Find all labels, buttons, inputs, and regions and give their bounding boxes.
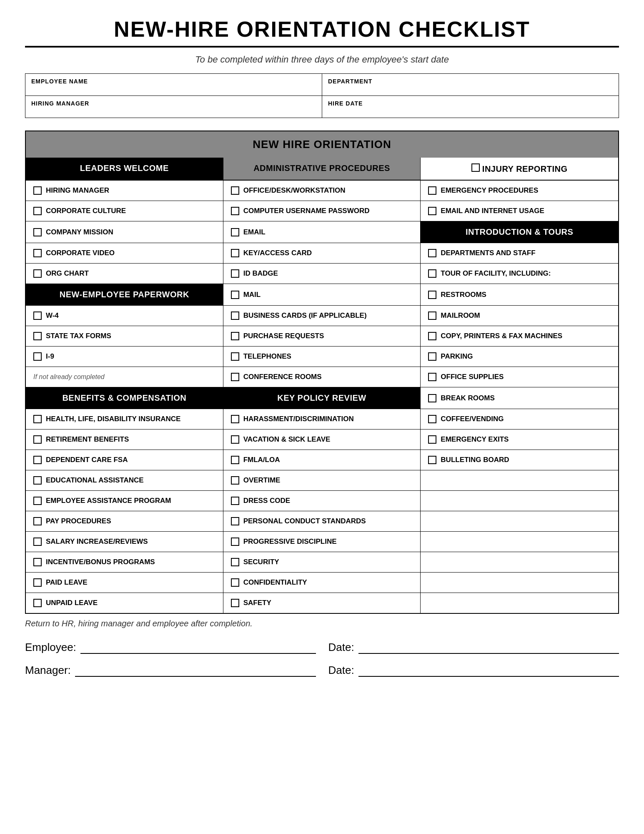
checkbox-1-col3[interactable]	[428, 207, 436, 215]
table-row: RETIREMENT BENEFITSVACATION & SICK LEAVE…	[26, 430, 618, 450]
department-cell[interactable]: DEPARTMENT	[322, 74, 619, 95]
checkbox-16-col2[interactable]	[231, 517, 239, 525]
checkbox-2-col2[interactable]	[231, 228, 239, 236]
employee-name-cell[interactable]: EMPLOYEE NAME	[25, 74, 322, 95]
checkbox-6-col2[interactable]	[231, 311, 239, 320]
signature-section: Employee: Manager: Date: Date:	[25, 641, 619, 687]
checkbox-9-col3[interactable]	[428, 373, 436, 381]
row-17-col1: SALARY INCREASE/REVIEWS	[26, 532, 223, 552]
checkbox-17-col1[interactable]	[33, 538, 42, 546]
row-4-col3: TOUR OF FACILITY, INCLUDING:	[421, 264, 618, 284]
employee-sig-line[interactable]	[80, 653, 316, 654]
row-7-col2: PURCHASE REQUESTS	[223, 326, 421, 346]
row-3-col1: CORPORATE VIDEO	[26, 243, 223, 263]
checkbox-0-col1[interactable]	[33, 186, 42, 195]
checkbox-16-col1[interactable]	[33, 517, 42, 525]
label-11-col2: HARASSMENT/DISCRIMINATION	[243, 415, 354, 423]
checkbox-19-col2[interactable]	[231, 578, 239, 587]
row-17-col2: PROGRESSIVE DISCIPLINE	[223, 532, 421, 552]
row-11-col1: HEALTH, LIFE, DISABILITY INSURANCE	[26, 409, 223, 429]
checkbox-13-col1[interactable]	[33, 456, 42, 464]
checkbox-11-col2[interactable]	[231, 415, 239, 423]
label-9-col3: OFFICE SUPPLIES	[441, 373, 504, 381]
label-4-col3: TOUR OF FACILITY, INCLUDING:	[441, 269, 551, 278]
checkbox-12-col1[interactable]	[33, 435, 42, 444]
label-12-col1: RETIREMENT BENEFITS	[46, 435, 129, 444]
checkbox-6-col3[interactable]	[428, 311, 436, 320]
checkbox-0-col3[interactable]	[428, 186, 436, 195]
label-16-col2: PERSONAL CONDUCT STANDARDS	[243, 517, 366, 525]
checkbox-7-col3[interactable]	[428, 332, 436, 340]
row-6-col1: W-4	[26, 306, 223, 326]
checkbox-11-col1[interactable]	[33, 415, 42, 423]
manager-sig-line[interactable]	[75, 676, 316, 677]
row-6-col2: BUSINESS CARDS (IF APPLICABLE)	[223, 306, 421, 326]
table-row: W-4BUSINESS CARDS (IF APPLICABLE)MAILROO…	[26, 306, 618, 326]
checkbox-1-col2[interactable]	[231, 207, 239, 215]
row-8-col2: TELEPHONES	[223, 347, 421, 367]
date-sig-line-2[interactable]	[358, 676, 619, 677]
label-4-col1: ORG CHART	[46, 269, 89, 278]
date-sig-line-1[interactable]	[358, 653, 619, 654]
checkbox-8-col1[interactable]	[33, 352, 42, 361]
employee-name-label: EMPLOYEE NAME	[31, 78, 316, 85]
row-14-col3	[421, 470, 618, 490]
checkbox-13-col3[interactable]	[428, 456, 436, 464]
checkbox-4-col1[interactable]	[33, 269, 42, 278]
checkbox-5-col2[interactable]	[231, 291, 239, 299]
row-14-col2: OVERTIME	[223, 470, 421, 490]
row-15-col2: DRESS CODE	[223, 491, 421, 511]
checkbox-12-col2[interactable]	[231, 435, 239, 444]
label-11-col3: COFFEE/VENDING	[441, 415, 504, 423]
checkbox-6-col1[interactable]	[33, 311, 42, 320]
employee-sig-row: Employee:	[25, 641, 316, 654]
checkbox-2-col1[interactable]	[33, 228, 42, 236]
checkbox-8-col2[interactable]	[231, 352, 239, 361]
label-16-col1: PAY PROCEDURES	[46, 517, 111, 525]
row-19-col3	[421, 573, 618, 593]
checkbox-7-col1[interactable]	[33, 332, 42, 340]
checkbox-4-col3[interactable]	[428, 269, 436, 278]
checkbox-5-col3[interactable]	[428, 291, 436, 299]
checkbox-17-col2[interactable]	[231, 538, 239, 546]
label-14-col2: OVERTIME	[243, 476, 281, 485]
row-4-col2: ID BADGE	[223, 264, 421, 284]
checkbox-3-col3[interactable]	[428, 249, 436, 257]
label-10-col3: BREAK ROOMS	[441, 394, 494, 402]
label-20-col1: UNPAID LEAVE	[46, 599, 98, 607]
checkbox-8-col3[interactable]	[428, 352, 436, 361]
row-19-col2: CONFIDENTIALITY	[223, 573, 421, 593]
checkbox-7-col2[interactable]	[231, 332, 239, 340]
checkbox-10-col3[interactable]	[428, 394, 436, 402]
checkbox-20-col1[interactable]	[33, 599, 42, 607]
checkbox-1-col1[interactable]	[33, 207, 42, 215]
checkbox-18-col1[interactable]	[33, 558, 42, 566]
checkbox-3-col2[interactable]	[231, 249, 239, 257]
checkbox-14-col1[interactable]	[33, 476, 42, 485]
hire-date-cell[interactable]: HIRE DATE	[322, 96, 619, 118]
checkbox-19-col1[interactable]	[33, 578, 42, 587]
col3-header-checkbox[interactable]	[471, 163, 480, 172]
table-rows: HIRING MANAGEROFFICE/DESK/WORKSTATIONEME…	[26, 181, 618, 613]
checkbox-14-col2[interactable]	[231, 476, 239, 485]
checkbox-9-col2[interactable]	[231, 373, 239, 381]
hiring-manager-cell[interactable]: HIRING MANAGER	[25, 96, 322, 118]
label-18-col2: SECURITY	[243, 558, 279, 566]
label-2-col1: COMPANY MISSION	[46, 228, 113, 236]
checkbox-13-col2[interactable]	[231, 456, 239, 464]
row-11-col2: HARASSMENT/DISCRIMINATION	[223, 409, 421, 429]
checkbox-15-col2[interactable]	[231, 497, 239, 505]
label-17-col1: SALARY INCREASE/REVIEWS	[46, 538, 148, 546]
checkbox-4-col2[interactable]	[231, 269, 239, 278]
label-18-col1: INCENTIVE/BONUS PROGRAMS	[46, 558, 155, 566]
checkbox-12-col3[interactable]	[428, 435, 436, 444]
label-7-col1: STATE TAX FORMS	[46, 332, 111, 340]
checkbox-11-col3[interactable]	[428, 415, 436, 423]
checkbox-15-col1[interactable]	[33, 497, 42, 505]
checkbox-20-col2[interactable]	[231, 599, 239, 607]
table-row: If not already completedCONFERENCE ROOMS…	[26, 367, 618, 387]
checkbox-0-col2[interactable]	[231, 186, 239, 195]
label-1-col1: CORPORATE CULTURE	[46, 207, 126, 215]
checkbox-3-col1[interactable]	[33, 249, 42, 257]
checkbox-18-col2[interactable]	[231, 558, 239, 566]
